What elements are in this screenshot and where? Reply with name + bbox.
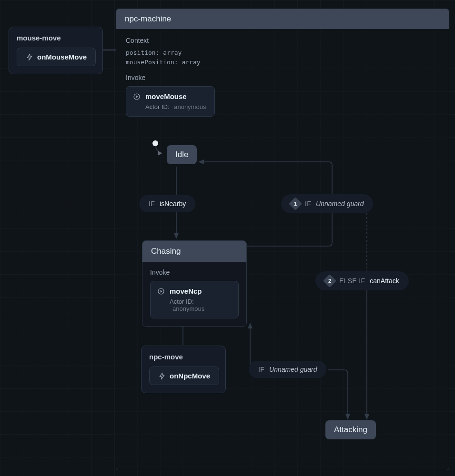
machine-title: npc-machine [116, 9, 449, 29]
invoke-heading: Invoke [126, 74, 439, 81]
invoke-heading: Invoke [150, 268, 239, 276]
guard-index-badge: 1 [289, 197, 302, 210]
actor-id-value: anonymous [172, 305, 204, 312]
context-heading: Context [126, 37, 439, 44]
guard-name: Unnamed guard [269, 366, 317, 373]
actor-id-value: anonymous [174, 103, 206, 110]
guard-keyword: IF [305, 200, 311, 208]
bolt-icon [158, 372, 166, 380]
bolt-icon [26, 53, 33, 61]
actor-id-label: Actor ID: [170, 298, 194, 305]
guard-canattack[interactable]: 2 ELSE IF canAttack [315, 271, 409, 290]
event-card-npc-move[interactable]: npc-move onNpcMove [141, 346, 226, 393]
action-label: onNpcMove [170, 372, 210, 380]
guard-keyword: ELSE IF [339, 277, 365, 285]
play-circle-icon [133, 93, 141, 100]
invoke-card-movemouse[interactable]: moveMouse Actor ID: anonymous [126, 86, 215, 117]
guard-name: canAttack [370, 277, 399, 285]
guard-keyword: IF [258, 366, 264, 373]
invoke-name: moveMouse [145, 92, 187, 100]
guard-keyword: IF [149, 200, 155, 208]
state-attacking[interactable]: Attacking [325, 420, 376, 439]
guard-unnamed-1[interactable]: 1 IF Unnamed guard [281, 194, 373, 213]
context-section: Context position: array mousePosition: a… [116, 29, 449, 71]
state-chasing[interactable]: Chasing Invoke moveNcp Actor ID: anonymo… [142, 240, 247, 327]
guard-name: isNearby [160, 200, 186, 208]
guard-index-badge: 2 [323, 274, 336, 288]
context-entry: mousePosition: array [126, 58, 439, 67]
event-title: npc-move [149, 353, 218, 361]
invoke-name: moveNcp [170, 287, 202, 295]
context-entry: position: array [126, 48, 439, 58]
event-card-mouse-move[interactable]: mouse-move onMouseMove [9, 27, 103, 74]
initial-state-dot [152, 140, 158, 146]
action-label: onMouseMove [37, 53, 87, 61]
state-label: Attacking [334, 425, 367, 434]
play-circle-icon [157, 288, 165, 295]
action-pill-onmousemove[interactable]: onMouseMove [17, 48, 96, 66]
guard-isnearby[interactable]: IF isNearby [139, 195, 195, 212]
action-pill-onnpcmove[interactable]: onNpcMove [149, 367, 219, 385]
event-title: mouse-move [17, 34, 95, 42]
guard-name: Unnamed guard [316, 200, 364, 208]
invoke-section: Invoke moveMouse Actor ID: anonymous [116, 71, 449, 126]
machine-panel[interactable]: npc-machine Context position: array mous… [116, 9, 449, 470]
state-idle[interactable]: Idle [167, 145, 197, 164]
guard-unnamed-2[interactable]: IF Unnamed guard [249, 361, 326, 378]
invoke-card-movencp[interactable]: moveNcp Actor ID: anonymous [150, 281, 239, 318]
state-label: Idle [175, 150, 188, 159]
actor-id-label: Actor ID: [145, 103, 170, 110]
state-label: Chasing [142, 241, 246, 262]
